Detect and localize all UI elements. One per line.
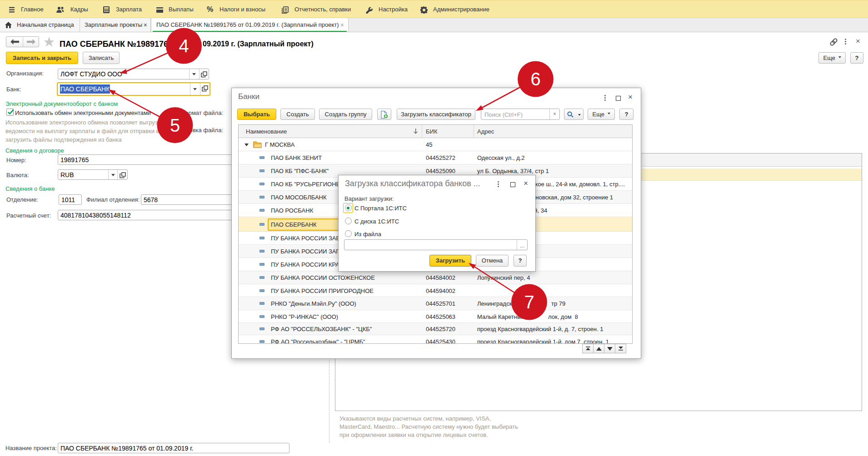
svg-text:4: 4 [179, 36, 189, 56]
svg-text:5: 5 [170, 115, 180, 135]
svg-text:6: 6 [530, 69, 540, 89]
svg-text:7: 7 [524, 292, 534, 312]
